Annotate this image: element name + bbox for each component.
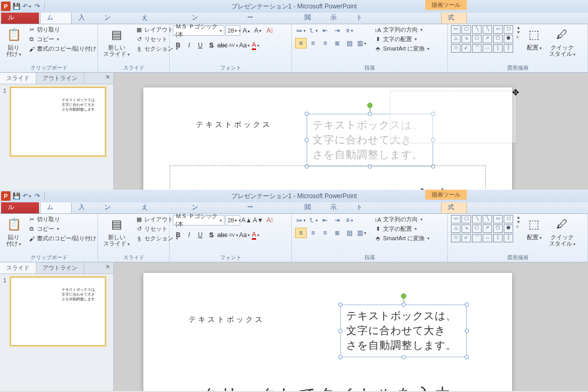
char-spacing-button[interactable]: AV — [228, 40, 239, 51]
underline-button[interactable]: U — [195, 40, 205, 51]
format-painter-button[interactable]: 🖌書式のコピー/貼り付け — [26, 44, 98, 53]
workspace: スライド アウトライン ✕ 1 テキストボックスは、 文字に合わせて大き さを自… — [0, 73, 588, 190]
strike-button[interactable]: abc — [217, 230, 228, 240]
font-name-select[interactable]: ＭＳ Ｐゴシック (本 — [173, 215, 224, 226]
align-left-button[interactable]: ≡ — [295, 228, 307, 238]
slide-thumbnail[interactable]: テキストボックスは、 文字に合わせて大き さを自動調整します。 — [11, 87, 105, 156]
paste-button[interactable]: 📋貼り付け — [3, 215, 24, 248]
slide-number: 1 — [3, 277, 8, 346]
slide-thumbnail[interactable]: テキストボックスは、 文字に合わせて大き さを自動調整します。 — [11, 277, 105, 346]
inc-indent-button[interactable]: ⇥ — [331, 25, 343, 36]
change-case-button[interactable]: Aa — [239, 230, 250, 240]
arrange-button[interactable]: ⬚ 配置 — [524, 25, 545, 52]
outline-tab[interactable]: アウトライン — [36, 262, 84, 273]
bullets-button[interactable]: ≔ — [295, 215, 307, 226]
char-spacing-button[interactable]: AV — [228, 230, 239, 240]
font-color-button[interactable]: A — [250, 230, 261, 240]
slide-canvas[interactable]: テキストボックス テキストボックスは、 文字に合わせて大き さを自動調整します。… — [114, 73, 588, 190]
shadow-button[interactable]: S — [206, 40, 217, 51]
line-spacing-button[interactable]: ≡ — [344, 215, 355, 226]
text-direction-button[interactable]: ↕A文字列の方向 — [373, 215, 431, 224]
italic-button[interactable]: I — [184, 230, 194, 240]
slide-canvas[interactable]: テキストボックス テキストボックスは、 文字に合わせて大き さを自動調整します。… — [114, 262, 588, 391]
quick-styles-button[interactable]: 🖊クイック スタイル — [547, 215, 577, 248]
align-text-button[interactable]: ⬍文字の配置 — [373, 35, 431, 44]
font-size-select[interactable]: 28+ — [226, 25, 240, 36]
bold-button[interactable]: B — [173, 40, 183, 51]
slide[interactable]: テキストボックス テキストボックスは、 文字に合わせて大き さを自動調整します。… — [143, 87, 512, 190]
font-name-select[interactable]: ＭＳ Ｐゴシック (本 — [173, 25, 224, 36]
new-slide-button[interactable]: ▤新しい スライド — [101, 215, 132, 248]
smartart-button[interactable]: ⬘SmartArt に変換 — [373, 44, 431, 53]
line-spacing-button[interactable]: ≡ — [344, 25, 355, 36]
align-center-button[interactable]: ≡ — [307, 38, 319, 48]
columns-button[interactable]: ▥ — [356, 228, 367, 238]
change-case-button[interactable]: Aa — [239, 40, 250, 51]
slide[interactable]: テキストボックス テキストボックスは、 文字に合わせて大き さを自動調整します。… — [143, 273, 512, 391]
justify-button[interactable]: ≣ — [331, 38, 343, 48]
bullets-button[interactable]: ≔ — [295, 25, 307, 36]
shrink-font-button[interactable]: A▼ — [253, 25, 263, 36]
format-painter-button[interactable]: 🖌書式のコピー/貼り付け — [26, 234, 98, 243]
cut-button[interactable]: ✂切り取り — [26, 25, 98, 34]
shadow-button[interactable]: S — [206, 230, 217, 240]
smartart-button[interactable]: ⬘SmartArt に変換 — [373, 234, 431, 243]
group-paragraph: ≔ ⒈ ⇤ ⇥ ≡ ≡ ≡ ≡ ≣ ▤ ▥ — [292, 24, 448, 72]
slides-tab[interactable]: スライド — [0, 262, 36, 273]
undo-icon[interactable]: ↶ — [22, 191, 32, 201]
powerpoint-icon[interactable]: P — [1, 2, 11, 11]
arrange-icon: ⬚ — [526, 26, 543, 43]
align-text-button[interactable]: ⬍文字の配置 — [373, 224, 431, 233]
shapes-gallery[interactable]: ▭▢╲╲▭◻ △↘⬡↗⬠⬣ ◇↙⌒⌓{} — [451, 25, 513, 53]
clear-format-button[interactable]: A⃠ — [264, 25, 275, 36]
inc-indent-button[interactable]: ⇥ — [331, 215, 343, 226]
undo-icon[interactable]: ↶ — [22, 2, 32, 11]
textbox-selected[interactable]: テキストボックスは、 文字に合わせて大き さを自動調整します。 — [340, 305, 467, 357]
rotate-handle[interactable] — [401, 293, 406, 299]
arrange-button[interactable]: ⬚配置 — [524, 215, 545, 242]
underline-button[interactable]: U — [195, 230, 205, 240]
justify-button[interactable]: ≣ — [331, 228, 343, 238]
cut-button[interactable]: ✂切り取り — [26, 215, 98, 224]
strike-button[interactable]: abc — [217, 40, 228, 51]
font-size-select[interactable]: 28+ — [226, 215, 240, 226]
slides-panel: スライド アウトライン ✕ 1 テキストボックスは、 文字に合わせて大き さを自… — [0, 73, 114, 190]
save-icon[interactable]: 💾 — [12, 2, 21, 11]
dec-indent-button[interactable]: ⇤ — [319, 215, 331, 226]
redo-icon[interactable]: ↷ — [33, 191, 42, 201]
copy-button[interactable]: ⧉コピー — [26, 35, 98, 44]
redo-icon[interactable]: ↷ — [33, 2, 42, 11]
align-left-button[interactable]: ≡ — [295, 38, 307, 48]
font-color-button[interactable]: A — [250, 40, 261, 51]
align-center-button[interactable]: ≡ — [307, 228, 319, 238]
align-right-button[interactable]: ≡ — [319, 228, 331, 238]
outline-tab[interactable]: アウトライン — [36, 73, 84, 84]
save-icon[interactable]: 💾 — [12, 191, 21, 201]
text-direction-button[interactable]: ↕A文字列の方向 — [373, 25, 431, 34]
powerpoint-icon[interactable]: P — [1, 191, 11, 201]
new-slide-button[interactable]: ▤ 新しい スライド — [101, 25, 132, 58]
grow-font-button[interactable]: A▲ — [241, 25, 252, 36]
shapes-gallery[interactable]: ▭▢╲╲▭◻ △↘⬡↗⬠⬣ ◇↙⌒⌓{} — [451, 215, 513, 242]
title-placeholder-text[interactable]: クリックしてタイトルを入力 — [201, 384, 454, 391]
shrink-font-button[interactable]: A▼ — [253, 215, 263, 226]
align-right-button[interactable]: ≡ — [319, 38, 331, 48]
numbering-button[interactable]: ⒈ — [307, 25, 319, 36]
quick-styles-button[interactable]: 🖊 クイック スタイル — [547, 25, 577, 58]
copy-button[interactable]: ⧉コピー — [26, 224, 98, 233]
group-clipboard: 📋貼り付け ✂切り取り ⧉コピー 🖌書式のコピー/貼り付け クリップボード — [0, 214, 98, 262]
slides-tab[interactable]: スライド — [0, 73, 36, 84]
italic-button[interactable]: I — [184, 40, 194, 51]
rotate-handle[interactable] — [367, 103, 373, 108]
close-panel-icon[interactable]: ✕ — [102, 73, 113, 84]
distribute-button[interactable]: ▤ — [344, 38, 355, 48]
grow-font-button[interactable]: A▲ — [241, 215, 252, 226]
clear-format-button[interactable]: A⃠ — [264, 215, 275, 226]
columns-button[interactable]: ▥ — [356, 38, 367, 48]
dec-indent-button[interactable]: ⇤ — [319, 25, 331, 36]
paste-button[interactable]: 📋 貼り付け — [3, 25, 24, 58]
distribute-button[interactable]: ▤ — [344, 228, 355, 238]
bold-button[interactable]: B — [173, 230, 183, 240]
numbering-button[interactable]: ⒈ — [307, 215, 319, 226]
close-panel-icon[interactable]: ✕ — [102, 262, 113, 273]
